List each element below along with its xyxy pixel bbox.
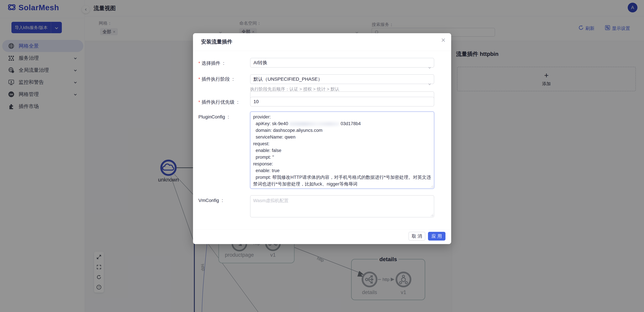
plugin-config-textarea[interactable]: provider: apiKey: sk-9e4003d178b4 domain… <box>250 112 434 189</box>
redacted-api-key <box>289 122 340 126</box>
config-line: enable: true <box>253 167 431 174</box>
app-root: SolarMesh 导入k8s服务/版本 网格全景 <box>0 0 644 312</box>
config-line: enable: false <box>253 147 431 154</box>
close-icon[interactable]: × <box>441 36 446 44</box>
required-asterisk: * <box>198 76 200 82</box>
plugin-select[interactable]: AI转换 <box>250 58 434 68</box>
chevron-down-icon <box>429 79 430 88</box>
plugin-config-label: PluginConfig <box>198 114 229 120</box>
config-line: prompt: 帮我修改HTTP请求体的内容，对手机号格式的数据进行*号加密处理… <box>253 174 431 187</box>
priority-value: 10 <box>254 99 259 104</box>
priority-input[interactable]: 10 <box>250 97 434 107</box>
priority-input-label: *插件执行优先级 <box>198 99 238 105</box>
config-line: request: <box>253 140 431 147</box>
required-asterisk: * <box>198 61 200 66</box>
config-line: apiKey: sk-9e4003d178b4 <box>253 120 431 127</box>
vm-config-label: VmConfig <box>198 198 223 203</box>
config-line: response: <box>253 160 431 167</box>
modal-divider <box>193 51 451 51</box>
vm-config-textarea[interactable]: Wasm虚拟机配置 <box>250 195 434 217</box>
vm-config-placeholder: Wasm虚拟机配置 <box>253 198 288 203</box>
modal-title: 安装流量插件 <box>201 38 232 45</box>
cancel-button[interactable]: 取消 <box>408 232 425 241</box>
config-line: prompt: '' <box>253 154 431 160</box>
plugin-select-value: AI转换 <box>254 60 267 65</box>
config-line: domain: dashscope.aliyuncs.com <box>253 127 431 134</box>
phase-select-label: *插件执行阶段 <box>198 76 234 82</box>
apply-button[interactable]: 应用 <box>428 232 446 241</box>
plugin-select-label: *选择插件 <box>198 60 224 66</box>
phase-order-hint: 执行阶段先后顺序：认证 > 授权 > 统计 > 默认 <box>250 86 339 92</box>
phase-select-value: 默认（UNSPECIFIED_PHASE） <box>254 76 322 82</box>
chevron-down-icon <box>429 62 430 71</box>
install-plugin-modal: 安装流量插件 × *选择插件 /* placeholder to keep st… <box>193 33 451 244</box>
required-asterisk: * <box>198 100 200 105</box>
config-line: provider: <box>253 114 431 120</box>
config-line: serviceName: qwen <box>253 134 431 140</box>
resize-handle-icon[interactable] <box>430 214 433 216</box>
phase-select[interactable]: 默认（UNSPECIFIED_PHASE） <box>250 74 434 84</box>
